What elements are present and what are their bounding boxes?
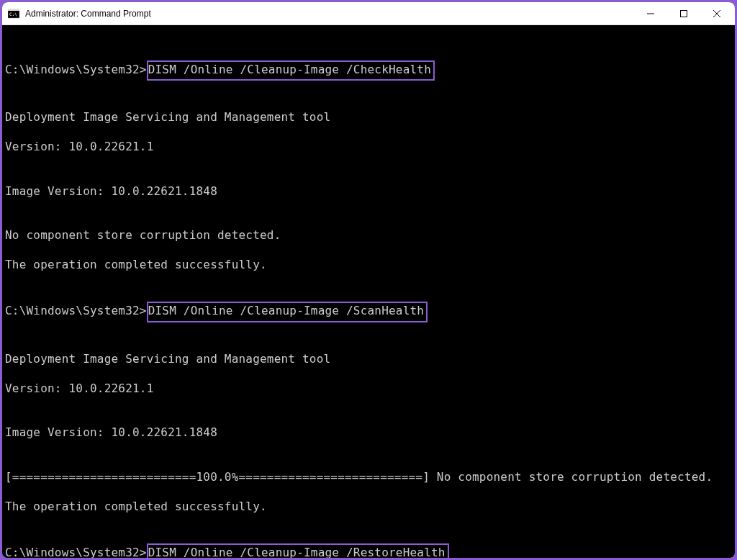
window-controls <box>634 2 733 24</box>
highlighted-command-1: DISM /Online /Cleanup-Image /CheckHealth <box>147 60 435 81</box>
status-line: The operation completed successfully. <box>5 500 732 514</box>
prompt: C:\Windows\System32> <box>5 304 147 317</box>
close-button[interactable] <box>700 2 733 24</box>
status-line: No component store corruption detected. <box>5 228 732 243</box>
terminal-output[interactable]: C:\Windows\System32>DISM /Online /Cleanu… <box>2 25 735 558</box>
svg-rect-4 <box>681 10 687 17</box>
dism-header: Deployment Image Servicing and Managemen… <box>5 352 732 366</box>
svg-rect-1 <box>8 9 19 11</box>
title-bar[interactable]: C:\ Administrator: Command Prompt <box>2 2 735 25</box>
dism-header: Deployment Image Servicing and Managemen… <box>5 110 732 125</box>
svg-text:C:\: C:\ <box>9 12 17 17</box>
command-line: C:\Windows\System32>DISM /Online /Cleanu… <box>5 302 732 322</box>
window-title: Administrator: Command Prompt <box>25 9 634 19</box>
highlighted-command-3: DISM /Online /Cleanup-Image /RestoreHeal… <box>147 543 449 558</box>
command-line: C:\Windows\System32>DISM /Online /Cleanu… <box>5 543 732 558</box>
dism-version: Version: 10.0.22621.1 <box>5 140 732 154</box>
prompt: C:\Windows\System32> <box>5 63 147 76</box>
command-prompt-window: C:\ Administrator: Command Prompt C:\Win… <box>2 2 735 558</box>
image-version: Image Version: 10.0.22621.1848 <box>5 425 732 440</box>
image-version: Image Version: 10.0.22621.1848 <box>5 184 732 199</box>
command-line: C:\Windows\System32>DISM /Online /Cleanu… <box>5 60 732 81</box>
cmd-icon: C:\ <box>8 8 19 19</box>
minimize-button[interactable] <box>634 2 667 24</box>
status-line: The operation completed successfully. <box>5 258 732 272</box>
prompt: C:\Windows\System32> <box>5 546 147 558</box>
progress-line: [==========================100.0%=======… <box>5 470 732 484</box>
dism-version: Version: 10.0.22621.1 <box>5 381 732 396</box>
highlighted-command-2: DISM /Online /Cleanup-Image /ScanHealth <box>147 302 428 322</box>
maximize-button[interactable] <box>667 2 700 24</box>
